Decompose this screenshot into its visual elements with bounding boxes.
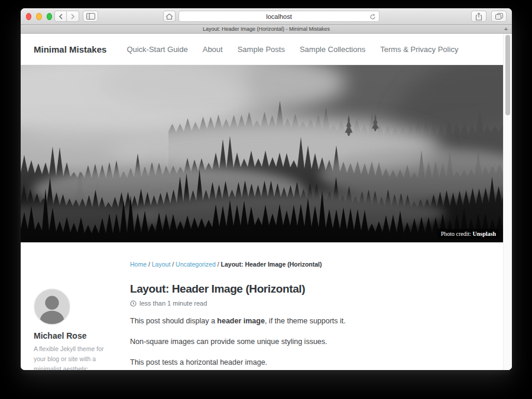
scrollbar-thumb[interactable] — [505, 35, 510, 115]
photo-credit-label: Photo credit: — [441, 231, 471, 237]
history-nav-group — [54, 11, 79, 22]
site-title[interactable]: Minimal Mistakes — [34, 44, 106, 54]
foggy-forest-image — [21, 65, 503, 242]
breadcrumb-link[interactable]: Layout — [152, 261, 171, 268]
window-controls — [26, 13, 52, 20]
chevron-right-icon — [70, 14, 75, 20]
breadcrumb-separator: / — [216, 261, 221, 268]
zoom-window-button[interactable] — [47, 13, 52, 20]
chevron-left-icon — [59, 14, 63, 20]
home-icon — [166, 13, 173, 20]
author-name: Michael Rose — [34, 331, 122, 340]
avatar — [34, 288, 70, 325]
back-button[interactable] — [54, 11, 67, 22]
new-tab-button[interactable]: + — [501, 25, 511, 33]
read-time: less than 1 minute read — [130, 300, 498, 307]
post-content: This post should display a header image,… — [130, 316, 498, 368]
author-bio: A flexible Jekyll theme for your blog or… — [34, 344, 112, 370]
post-paragraph: This post tests a horizontal header imag… — [130, 357, 498, 368]
forward-button[interactable] — [67, 11, 79, 22]
sidebar-toggle-button[interactable] — [83, 11, 98, 22]
browser-toolbar: localhost — [21, 8, 512, 25]
nav-item[interactable]: Terms & Privacy Policy — [380, 45, 458, 54]
page-title: Layout: Header Image (Horizontal) — [130, 283, 498, 296]
author-sidebar: Michael Rose A flexible Jekyll theme for… — [34, 261, 122, 370]
page-viewport: Minimal Mistakes Quick-Start GuideAboutS… — [21, 34, 512, 370]
share-icon — [475, 12, 482, 21]
active-tab[interactable]: Layout: Header Image (Horizontal) - Mini… — [203, 26, 330, 32]
breadcrumb: Home / Layout / Uncategorized / Layout: … — [130, 261, 498, 268]
masthead: Minimal Mistakes Quick-Start GuideAboutS… — [21, 34, 503, 65]
tab-bar: Layout: Header Image (Horizontal) - Mini… — [21, 25, 512, 34]
scrollbar-track[interactable] — [503, 34, 512, 370]
close-window-button[interactable] — [26, 13, 31, 20]
post-paragraph: Non-square images can provide some uniqu… — [130, 336, 498, 347]
read-time-text: less than 1 minute read — [140, 300, 207, 307]
address-bar[interactable]: localhost — [179, 11, 379, 22]
post-paragraph: This post should display a header image,… — [130, 316, 498, 326]
photo-credit-link[interactable]: Unsplash — [473, 231, 496, 237]
breadcrumb-link[interactable]: Home — [130, 261, 147, 268]
sidebar-icon — [86, 13, 95, 20]
minimize-window-button[interactable] — [36, 13, 41, 20]
header-image: Photo credit: Unsplash — [21, 65, 503, 242]
browser-window: localhost Layout: Header Image (Horizont… — [21, 8, 512, 370]
nav-item[interactable]: Sample Collections — [300, 45, 365, 54]
masthead-nav: Quick-Start GuideAboutSample PostsSample… — [126, 45, 458, 54]
breadcrumb-link[interactable]: Uncategorized — [176, 261, 216, 268]
nav-item[interactable]: Quick-Start Guide — [126, 45, 187, 54]
home-button[interactable] — [163, 11, 176, 22]
share-button[interactable] — [471, 11, 486, 22]
article: Home / Layout / Uncategorized / Layout: … — [122, 261, 498, 370]
clock-icon — [130, 300, 137, 307]
nav-item[interactable]: About — [203, 45, 223, 54]
breadcrumb-separator: / — [170, 261, 176, 268]
reload-icon[interactable] — [369, 14, 376, 20]
tabs-overview-icon — [495, 13, 503, 20]
show-all-tabs-button[interactable] — [491, 11, 507, 22]
breadcrumb-current: Layout: Header Image (Horizontal) — [221, 261, 322, 268]
breadcrumb-separator: / — [147, 261, 152, 268]
page-body: Michael Rose A flexible Jekyll theme for… — [21, 242, 503, 370]
url-text: localhost — [266, 13, 291, 20]
nav-item[interactable]: Sample Posts — [238, 45, 285, 54]
photo-credit: Photo credit: Unsplash — [437, 229, 499, 239]
